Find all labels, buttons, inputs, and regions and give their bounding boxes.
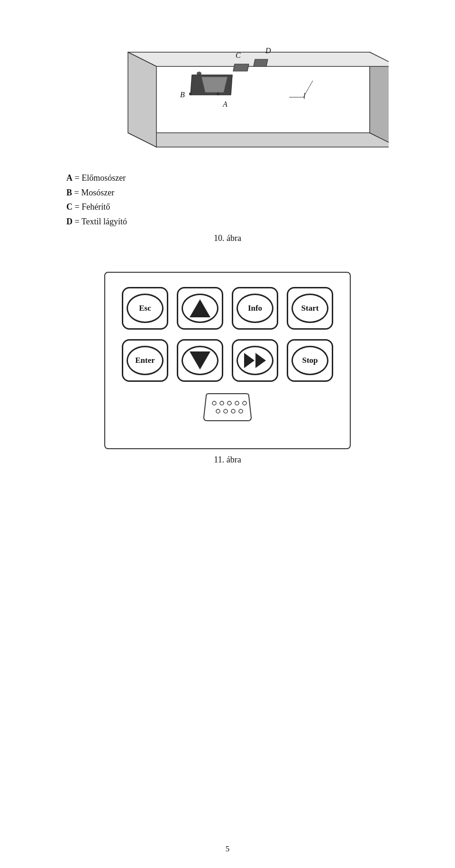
legend-text-B: = Mosószer [72,188,114,197]
legend-key-C: C [66,202,73,212]
button-row-1: Esc Info Start [122,287,333,330]
legend-text-A: = Előmosószer [73,173,126,183]
svg-point-22 [239,409,243,413]
legend-line-A: A = Előmosószer [66,171,427,185]
legend-line-C: C = Fehérítő [66,200,427,214]
up-oval [182,294,218,323]
down-button[interactable] [177,339,223,382]
svg-point-14 [212,401,216,405]
info-label: Info [248,304,262,313]
ff-tri-1 [244,353,255,368]
svg-point-17 [235,401,239,405]
svg-point-10 [189,92,192,95]
page-number: 5 [226,844,230,854]
legend-key-A: A [66,173,73,183]
esc-label: Esc [139,304,151,313]
up-triangle-icon [190,299,210,317]
svg-marker-7 [254,59,268,66]
esc-button[interactable]: Esc [122,287,168,330]
down-triangle-icon [190,351,210,369]
enter-label: Enter [135,356,155,365]
start-button[interactable]: Start [287,287,333,330]
device-illustration: C D B A l [66,24,389,157]
legend-key-D: D [66,217,73,226]
button-panel: Esc Info Start [104,272,351,449]
legend-line-B: B = Mosószer [66,185,427,200]
start-label: Start [301,304,319,313]
start-oval: Start [291,294,328,323]
figure11-caption: 11. ábra [214,455,241,465]
svg-point-19 [216,409,220,413]
up-button[interactable] [177,287,223,330]
svg-marker-3 [128,52,156,147]
figure10-caption: 10. ábra [28,233,427,243]
legend-line-D: D = Textil lágyító [66,214,427,229]
page: C D B A l A = Előmosószer [0,0,455,868]
label-C: C [236,51,241,59]
info-button[interactable]: Info [232,287,278,330]
ff-tri-2 [255,353,266,368]
label-B: B [180,91,185,99]
legend-text-C: = Fehérítő [73,202,110,212]
legend-text-D: = Textil lágyító [73,217,127,226]
svg-point-18 [243,401,246,405]
label-l: l [303,92,306,100]
stop-button[interactable]: Stop [287,339,333,382]
connector-illustration [199,391,256,425]
stop-label: Stop [302,356,318,365]
connector-area [122,391,333,425]
esc-oval: Esc [127,294,164,323]
info-oval: Info [237,294,273,323]
svg-marker-9 [201,77,228,92]
stop-oval: Stop [291,346,328,375]
svg-marker-0 [128,133,389,147]
figure10-diagram: C D B A l [28,24,427,157]
svg-line-13 [303,81,313,97]
svg-point-11 [217,92,219,95]
ff-oval [237,346,273,375]
svg-point-20 [224,409,228,413]
svg-point-16 [228,401,231,405]
button-row-2: Enter [122,339,333,382]
legend: A = Előmosószer B = Mosószer C = Fehérít… [28,171,427,229]
svg-point-21 [231,409,235,413]
enter-button[interactable]: Enter [122,339,168,382]
legend-key-B: B [66,188,72,197]
label-D: D [265,46,271,55]
label-A: A [222,100,228,108]
ff-button[interactable] [232,339,278,382]
down-oval [182,346,218,375]
enter-oval: Enter [127,346,164,375]
figure11-section: Esc Info Start [28,272,427,465]
svg-point-15 [220,401,224,405]
ff-icon [244,353,266,368]
svg-marker-6 [233,64,249,71]
